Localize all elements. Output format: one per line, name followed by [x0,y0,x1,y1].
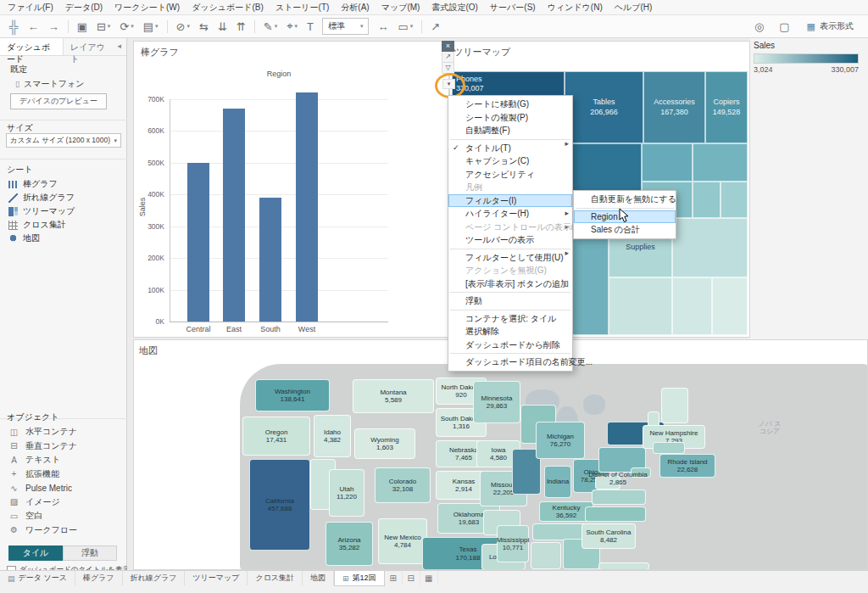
context-menu-item[interactable]: 浮動 [448,294,572,308]
context-menu-item[interactable]: Sales の合計 [574,223,676,237]
menu-item[interactable]: ワークシート(W) [108,1,186,14]
undo-button[interactable]: ← [24,20,43,34]
treemap-block[interactable]: Copiers149,528 [705,71,748,143]
new-dashboard-tab-button[interactable]: ⊟ [403,571,420,585]
device-designer-button[interactable]: ▢ [775,20,793,34]
context-menu-item[interactable]: キャプション(C) [448,154,572,168]
context-menu-item[interactable]: [表示/非表示] ボタンの追加 [448,277,572,291]
treemap-block[interactable]: Accessories167,380 [643,71,705,143]
bar-mark[interactable] [187,163,209,322]
sheet-tab[interactable]: ▤データ ソース [0,571,75,585]
menu-item[interactable]: ファイル(F) [2,1,59,14]
size-select[interactable]: カスタム サイズ (1200 x 1000) ▾ [6,133,121,148]
sidebar-sheet-item[interactable]: 折れ線グラフ [0,191,127,204]
menu-item[interactable]: 分析(A) [335,1,375,14]
highlight-button[interactable]: ✎▾ [259,20,281,34]
collapse-pane-icon[interactable]: ◂ [112,38,126,55]
sheet-tab[interactable]: ⊞第12回 [334,571,385,586]
map-state[interactable]: Minnesota29,863 [473,381,520,423]
treemap-block[interactable] [693,143,748,182]
map-state[interactable]: South Carolina8,482 [581,523,636,549]
sidebar-object-item[interactable]: ⚙ワークフロー [0,523,127,538]
map-state[interactable]: Mississippi10,771 [497,525,529,562]
map-state[interactable] [661,388,688,423]
context-menu-item[interactable]: ✓タイトル(T) [448,142,572,155]
treemap-block[interactable] [693,182,721,218]
color-legend[interactable]: Sales 3,024 330,007 [754,41,864,74]
context-menu-item[interactable]: ダッシュボード項目の名前変更... [448,355,572,369]
map-state[interactable]: Oregon17,431 [242,417,310,456]
sheet-tab[interactable]: 棒グラフ [75,571,123,585]
save-button[interactable]: ▣ [73,20,92,34]
sidebar-object-item[interactable]: ▭空白 [0,509,127,523]
context-menu-item[interactable]: 自動調整(F)▸ [448,124,572,137]
share-button[interactable]: ↗ [426,20,444,34]
sidebar-object-item[interactable]: ▨イメージ [0,495,127,510]
treemap-block[interactable] [609,277,672,335]
bar-mark[interactable] [259,198,281,322]
tile-button[interactable]: タイル [8,545,63,561]
show-me-button[interactable]: ▦ 表示形式 [801,19,860,34]
bar-chart-zone[interactable]: 棒グラフ Region Sales 700K600K500K400K300K20… [133,41,449,338]
menu-item[interactable]: サーバー(S) [484,1,542,14]
map-state[interactable] [585,506,646,522]
sidebar-sheet-item[interactable]: クロス集計 [0,218,127,232]
map-state[interactable]: Indiana [544,466,571,498]
menu-item[interactable]: マップ(M) [376,1,426,14]
treemap-block[interactable] [721,182,748,218]
bar-mark[interactable] [223,109,245,322]
sidebar-object-item[interactable]: ◫水平コンテナ [0,425,127,439]
swap-axes-button[interactable]: ⇆ [195,20,213,34]
map-zone[interactable]: 地図 Washington138,641Oregon17,431Californ… [133,339,868,570]
map-state[interactable]: Montana5,589 [353,379,434,413]
treemap-block[interactable]: Tables206,966 [565,71,643,143]
sidebar-object-item[interactable]: ∿Pulse Metric [0,481,127,495]
sidebar-tab-layout[interactable]: レイアウト [64,38,113,55]
fit-axes-button[interactable]: ↔ [373,20,392,34]
group-members-button[interactable]: ⌖▾ [282,19,302,34]
go-to-sheet-button[interactable]: ↗ [442,52,454,63]
sidebar-object-item[interactable]: ⊟垂直コンテナ [0,439,127,454]
new-data-source-button[interactable]: ⊟▾ [92,20,114,34]
new-story-tab-button[interactable]: ▦ [420,571,438,585]
map-state[interactable] [592,490,646,505]
sidebar-object-item[interactable]: +拡張機能 [0,467,127,482]
map-state[interactable]: California457,688 [249,459,310,551]
sidebar-object-item[interactable]: Aテキスト [0,453,127,467]
menu-item[interactable]: 書式設定(O) [426,1,483,14]
sidebar-sheet-item[interactable]: ツリーマップ [0,204,127,218]
map-state[interactable]: Idaho4,382 [314,415,351,457]
context-menu-item[interactable]: ダッシュボードから削除 [448,338,572,352]
menu-item[interactable]: ウィンドウ(N) [542,1,609,14]
text-label-button[interactable]: T [303,20,318,34]
float-button[interactable]: 浮動 [63,545,117,561]
sort-ascending-button[interactable]: ⇊ [214,20,231,34]
map-state[interactable] [598,562,649,570]
menu-item[interactable]: データ(D) [59,1,108,14]
treemap-block[interactable] [672,277,712,335]
sheet-tab[interactable]: ツリーマップ [185,571,248,585]
context-menu-item[interactable]: シートの複製(P) [448,111,572,125]
map-state[interactable]: New Mexico4,784 [378,518,427,564]
menu-item[interactable]: ダッシュボード(B) [186,1,270,14]
sidebar-sheet-item[interactable]: 地図 [0,232,127,245]
sort-descending-button[interactable]: ⇈ [232,20,250,34]
map-state[interactable]: Michigan76,270 [536,422,585,459]
bar-mark[interactable] [296,92,318,322]
map-state[interactable]: Colorado32,108 [375,467,431,503]
treemap-block[interactable] [642,143,693,182]
context-menu-item[interactable]: 自動更新を無効にする [574,193,676,206]
sidebar-tab-dashboard[interactable]: ダッシュボード [0,38,64,55]
presentation-mode-button[interactable]: ◎ [750,20,768,34]
refresh-data-button[interactable]: ⟳▾ [115,20,137,34]
remove-zone-button[interactable]: × [442,41,454,52]
sheet-tab[interactable]: 折れ線グラフ [123,571,186,585]
device-layout-phone[interactable]: ▯ スマートフォン [15,78,84,90]
map-state[interactable] [653,442,685,454]
new-worksheet-button[interactable]: ▤▾ [139,20,163,34]
sheet-tab[interactable]: クロス集計 [248,571,303,585]
use-as-filter-button[interactable]: ▽ [442,63,454,74]
context-menu-item[interactable]: シートに移動(G) [448,98,572,111]
map-state[interactable]: Utah11,220 [329,469,364,517]
map-state[interactable] [531,542,561,569]
